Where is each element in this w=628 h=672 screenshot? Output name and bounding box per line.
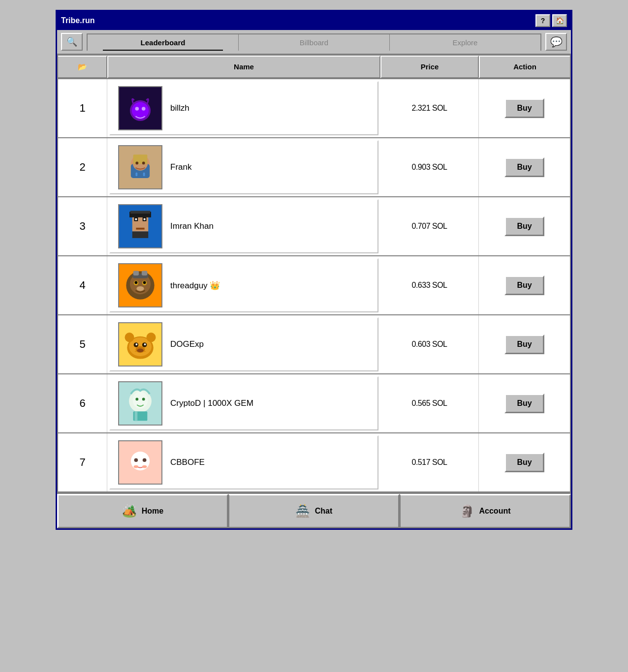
help-button[interactable]: ? [535, 14, 550, 27]
avatar [118, 263, 162, 307]
buy-button[interactable]: Buy [504, 98, 544, 118]
svg-rect-34 [133, 271, 139, 275]
svg-point-30 [135, 281, 138, 284]
svg-point-52 [135, 398, 138, 401]
chat-icon-button[interactable]: 💬 [545, 33, 567, 51]
svg-point-4 [142, 107, 146, 111]
svg-rect-20 [144, 218, 146, 220]
svg-point-59 [134, 458, 138, 462]
nav-tabs: Leaderboard Billboard Explore [87, 33, 541, 51]
user-name: Imran Khan [170, 221, 214, 231]
avatar [118, 86, 162, 130]
buy-button[interactable]: Buy [504, 157, 544, 177]
table-row: 7 CBBOFE 0.5 [58, 433, 570, 491]
name-cell: Frank [109, 140, 378, 194]
home-button[interactable]: 🏠 [552, 14, 567, 27]
rank-cell: 6 [58, 374, 107, 432]
tab-billboard[interactable]: Billboard [239, 34, 390, 51]
header-price: Price [380, 56, 479, 78]
price-cell: 0.707 SOL [380, 197, 479, 255]
tab-explore[interactable]: Explore [390, 34, 540, 51]
svg-point-31 [143, 281, 146, 284]
user-name: Frank [170, 162, 191, 172]
buy-button[interactable]: Buy [504, 216, 544, 236]
user-name: CBBOFE [170, 458, 205, 467]
buy-button[interactable]: Buy [504, 453, 544, 472]
folder-icon: 📂 [78, 62, 87, 71]
home-nav-button[interactable]: 🏕️ Home [57, 494, 228, 528]
bottom-bar: 🏕️ Home 🏯 Chat 🗿 Account [57, 492, 571, 528]
svg-point-46 [146, 333, 156, 342]
chat-nav-button[interactable]: 🏯 Chat [228, 494, 400, 528]
price-cell: 0.517 SOL [380, 433, 479, 491]
svg-point-10 [135, 162, 138, 165]
price-cell: 2.321 SOL [380, 79, 479, 137]
name-cell: billzh [109, 81, 378, 135]
price-cell: 0.603 SOL [380, 315, 479, 373]
name-cell: CBBOFE [109, 435, 378, 489]
action-cell: Buy [479, 256, 570, 314]
action-cell: Buy [479, 433, 570, 491]
app-title: Tribe.run [61, 16, 94, 25]
svg-point-45 [125, 333, 134, 342]
svg-point-48 [143, 351, 146, 352]
rank-cell: 4 [58, 256, 107, 314]
home-nav-icon: 🏕️ [122, 504, 137, 518]
avatar [118, 322, 162, 367]
user-name: billzh [170, 103, 189, 113]
search-icon: 🔍 [66, 36, 77, 47]
account-nav-button[interactable]: 🗿 Account [400, 494, 571, 528]
avatar [118, 440, 162, 485]
user-name: threadguy 👑 [170, 280, 220, 291]
table-row: 5 [58, 315, 570, 374]
svg-point-41 [135, 343, 137, 345]
svg-rect-12 [135, 173, 137, 177]
table-row: 1 billzh 2.3 [58, 79, 570, 138]
avatar [118, 381, 162, 426]
price-cell: 0.633 SOL [380, 256, 479, 314]
rank-cell: 5 [58, 315, 107, 373]
account-nav-label: Account [479, 507, 511, 516]
table-row: 6 CryptoD | 1000X GEM [58, 374, 570, 433]
name-cell: DOGExp [109, 317, 378, 371]
action-cell: Buy [479, 138, 570, 196]
action-cell: Buy [479, 79, 570, 137]
svg-point-3 [135, 107, 139, 111]
svg-rect-9 [133, 154, 148, 164]
rank-cell: 2 [58, 138, 107, 196]
table-row: 3 [58, 197, 570, 256]
rank-cell: 7 [58, 433, 107, 491]
avatar [118, 204, 162, 248]
main-window: Tribe.run ? 🏠 🔍 Leaderboard Billboard Ex… [56, 10, 572, 530]
action-cell: Buy [479, 374, 570, 432]
svg-point-53 [142, 398, 145, 401]
rank-cell: 1 [58, 79, 107, 137]
price-cell: 0.903 SOL [380, 138, 479, 196]
table-row: 4 [58, 256, 570, 315]
svg-rect-13 [143, 173, 145, 177]
nav-bar: 🔍 Leaderboard Billboard Explore 💬 [57, 30, 571, 55]
svg-point-47 [135, 351, 138, 352]
svg-rect-21 [136, 228, 144, 230]
header-name: Name [107, 56, 380, 78]
tab-leaderboard[interactable]: Leaderboard [88, 34, 239, 51]
avatar [118, 145, 162, 189]
svg-rect-35 [142, 271, 147, 275]
buy-button[interactable]: Buy [504, 275, 544, 295]
buy-button[interactable]: Buy [504, 394, 544, 413]
price-cell: 0.565 SOL [380, 374, 479, 432]
name-cell: Imran Khan [109, 199, 378, 253]
search-button[interactable]: 🔍 [61, 33, 83, 51]
buy-button[interactable]: Buy [504, 335, 544, 354]
svg-point-60 [143, 458, 147, 462]
svg-point-62 [142, 465, 147, 468]
user-name: CryptoD | 1000X GEM [170, 398, 253, 408]
header-rank: 📂 [58, 56, 107, 78]
chat-nav-label: Chat [315, 507, 333, 516]
table-row: 2 Frank [58, 138, 570, 197]
svg-point-32 [136, 286, 144, 291]
title-bar-buttons: ? 🏠 [535, 14, 567, 27]
rank-cell: 3 [58, 197, 107, 255]
chat-nav-icon: 🏯 [295, 504, 310, 518]
action-cell: Buy [479, 197, 570, 255]
